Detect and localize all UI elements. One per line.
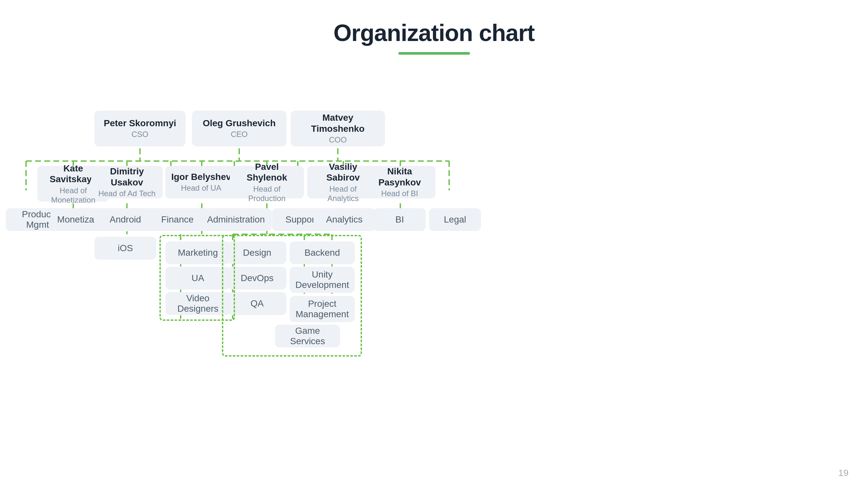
node-pavel: Pavel Shylenok Head of Production xyxy=(230,166,304,198)
node-bi: BI xyxy=(374,208,426,231)
chart-area: .conn { fill: none; stroke: #6abf45; str… xyxy=(0,65,868,488)
title-underline xyxy=(398,52,470,55)
pavel-group-border xyxy=(222,235,362,357)
node-ios: iOS xyxy=(94,237,156,260)
node-legal: Legal xyxy=(429,208,481,231)
page-number: 19 xyxy=(838,468,848,478)
page-title: Organization chart xyxy=(0,0,868,46)
node-analytics: Analytics xyxy=(313,208,375,231)
node-igor: Igor Belyshev Head of UA xyxy=(165,166,237,198)
node-matvey: Matvey Timoshenko COO xyxy=(291,110,385,147)
node-administration: Administration xyxy=(200,208,272,231)
node-finance: Finance xyxy=(147,208,208,231)
node-nikita: Nikita Pasynkov Head of BI xyxy=(364,166,435,198)
node-oleg: Oleg Grushevich CEO xyxy=(192,110,286,147)
node-peter: Peter Skoromnyi CSO xyxy=(94,110,186,147)
node-dimitriy: Dimitriy Usakov Head of Ad Tech xyxy=(91,166,163,198)
